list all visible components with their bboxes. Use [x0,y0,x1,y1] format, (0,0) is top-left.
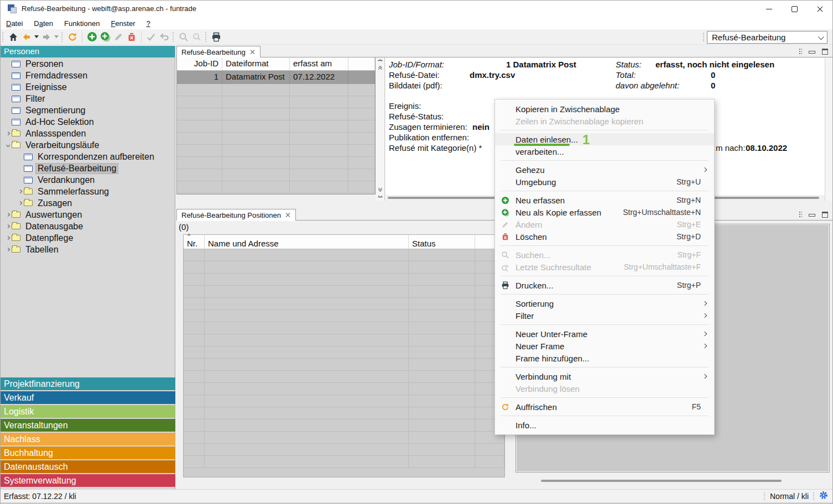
menu-item-info[interactable]: Info... [495,419,714,431]
chevron-right-icon[interactable] [16,202,24,204]
sidebar-item-filter[interactable]: Filter [1,93,175,104]
module-selector-combobox[interactable]: Refusé-Bearbeitung [707,31,827,44]
menu-item-drucken[interactable]: Drucken...Strg+P [495,279,714,291]
chevron-right-icon[interactable] [4,248,12,251]
sidebar-item-verarbeitungsläufe[interactable]: Verarbeitungsläufe [1,139,175,151]
column-header-erfasst-am[interactable]: erfasst am [290,57,348,71]
secondary-panel-scrollbar[interactable] [516,478,829,484]
menu-item-auffrischen[interactable]: AuffrischenF5 [495,401,714,413]
close-button[interactable] [807,1,832,17]
sidebar-item-datenpflege[interactable]: Datenpflege [1,232,175,244]
refresh-icon[interactable] [66,30,79,44]
menu-item-kopieren-in-zwischenablage[interactable]: Kopieren in Zwischenablage [495,103,714,115]
tab-close-icon[interactable] [285,212,291,218]
sidebar-item-korrespondenzen-aufbereiten[interactable]: Korrespondenzen aufbereiten [1,151,175,162]
menu-item-löschen[interactable]: LöschenStrg+D [495,230,714,243]
sidebar-item-datenausgabe[interactable]: Datenausgabe [1,221,175,232]
module-button-projektfinanzierung[interactable]: Projektfinanzierung [1,377,175,390]
sidebar-item-anlassspenden[interactable]: Anlassspenden [1,128,175,139]
search-secondary-icon[interactable] [190,30,204,44]
module-button-logistik[interactable]: Logistik [1,405,175,418]
panel-maximize-icon[interactable] [822,212,828,218]
sidebar-item-segmentierung[interactable]: Segmentierung [1,104,175,116]
sidebar-item-ereignisse[interactable]: Ereignisse [1,81,175,93]
jobs-table-row-selected[interactable]: 1 Datamatrix Post 07.12.2022 [177,71,375,84]
sidebar-item-verdankungen[interactable]: Verdankungen [1,174,175,186]
sidebar-item-personen[interactable]: Personen [1,58,175,70]
sidebar-item-refusé-bearbeitung[interactable]: Refusé-Bearbeitung [1,162,175,174]
jobs-table-scrollbar[interactable] [376,57,385,201]
field-label-partial: m nach: [716,143,745,153]
home-icon[interactable] [7,30,20,44]
tab-refuse-bearbeitung[interactable]: Refusé-Bearbeitung [176,46,261,57]
menu-item-neuer-unter-frame[interactable]: Neuer Unter-Frame [495,328,714,340]
forward-icon[interactable] [40,30,53,44]
panel-minimize-icon[interactable] [809,51,815,54]
sidebar-item-ad-hoc-selektion[interactable]: Ad-Hoc Selektion [1,116,175,128]
undo-icon[interactable] [158,30,171,44]
menubar-item-help[interactable]: ? [140,18,155,29]
tab-label: Refusé-Bearbeitung Positionen [181,211,281,219]
module-button-verkauf[interactable]: Verkauf [1,391,175,404]
menu-item-sortierung[interactable]: Sortierung [495,297,714,309]
forward-dropdown-icon[interactable] [53,30,60,44]
minimize-button[interactable] [756,1,782,17]
column-header-name[interactable]: Name und Adresse [205,235,409,249]
positions-table-header: ^ Nr. Name und Adresse Status [184,235,504,249]
print-icon[interactable] [210,30,223,44]
search-icon[interactable] [177,30,190,44]
chevron-right-icon[interactable] [4,132,12,135]
menu-item-neu-als-kopie-erfassen[interactable]: Neu als Kopie erfassenStrg+Umschalttaste… [495,206,714,218]
new-icon[interactable] [85,30,98,44]
column-header-nr[interactable]: ^ Nr. [184,235,205,249]
panel-minimize-icon[interactable] [809,214,815,217]
module-button-veranstaltungen[interactable]: Veranstaltungen [1,419,175,432]
module-button-buchhaltung[interactable]: Buchhaltung [1,447,175,459]
menu-item-frame-hinzufügen[interactable]: Frame hinzufügen... [495,352,714,364]
settings-gear-icon[interactable] [819,491,828,501]
column-header-job-id[interactable]: Job-ID [177,57,222,71]
module-button-datenaustausch[interactable]: Datenaustausch [1,460,175,473]
sidebar-item-auswertungen[interactable]: Auswertungen [1,209,175,221]
detail-scrollbar[interactable] [825,57,833,201]
edit-icon[interactable] [112,30,125,44]
menu-item-filter[interactable]: Filter [495,309,714,322]
sidebar-item-zusagen[interactable]: Zusagen [1,197,175,209]
new-copy-icon[interactable] [98,30,112,44]
menubar-item-daten[interactable]: Daten [28,18,59,29]
module-button-systemverwaltung[interactable]: Systemverwaltung [1,474,175,487]
menubar-item-fenster[interactable]: Fenster [105,18,140,29]
sidebar-item-sammelerfassung[interactable]: Sammelerfassung [1,186,175,197]
tab-positionen[interactable]: Refusé-Bearbeitung Positionen [176,209,296,221]
chevron-down-icon[interactable] [4,144,12,146]
menu-item-gehezu[interactable]: Gehezu [495,164,714,176]
panel-maximize-icon[interactable] [822,49,828,55]
menu-item-neu-erfassen[interactable]: Neu erfassenStrg+N [495,194,714,206]
empty-row [184,274,504,286]
confirm-icon[interactable] [144,30,158,44]
tab-close-icon[interactable] [250,49,256,55]
module-button-nachlass[interactable]: Nachlass [1,433,175,445]
column-header-dateiformat[interactable]: Dateiformat [222,57,290,71]
chevron-right-icon[interactable] [4,213,12,216]
menu-item-verarbeiten[interactable]: verarbeiten... [495,145,714,158]
menu-item-verbindung-mit[interactable]: Verbindung mit [495,370,714,382]
maximize-button[interactable] [782,1,807,17]
menu-item-umgebung[interactable]: UmgebungStrg+U [495,176,714,188]
menubar-item-datei[interactable]: Datei [1,18,28,29]
chevron-right-icon[interactable] [16,190,24,193]
panel-grip-icon[interactable] [799,48,802,55]
chevron-right-icon[interactable] [4,225,12,228]
sidebar-item-tabellen[interactable]: Tabellen [1,244,175,255]
back-dropdown-icon[interactable] [33,30,40,44]
menubar-item-funktionen[interactable]: Funktionen [59,18,105,29]
panel-grip-icon[interactable] [799,211,802,218]
menu-item-label: Frame hinzufügen... [516,354,709,363]
back-icon[interactable] [20,30,33,44]
chevron-right-icon[interactable] [4,237,12,239]
menu-item-neuer-frame[interactable]: Neuer Frame [495,340,714,352]
delete-icon[interactable] [125,30,138,44]
sidebar-item-fremdadressen[interactable]: Fremdadressen [1,70,175,81]
column-header-status[interactable]: Status [409,235,475,249]
menu-item-daten-einlesen[interactable]: Daten einlesen...1 [495,133,714,145]
